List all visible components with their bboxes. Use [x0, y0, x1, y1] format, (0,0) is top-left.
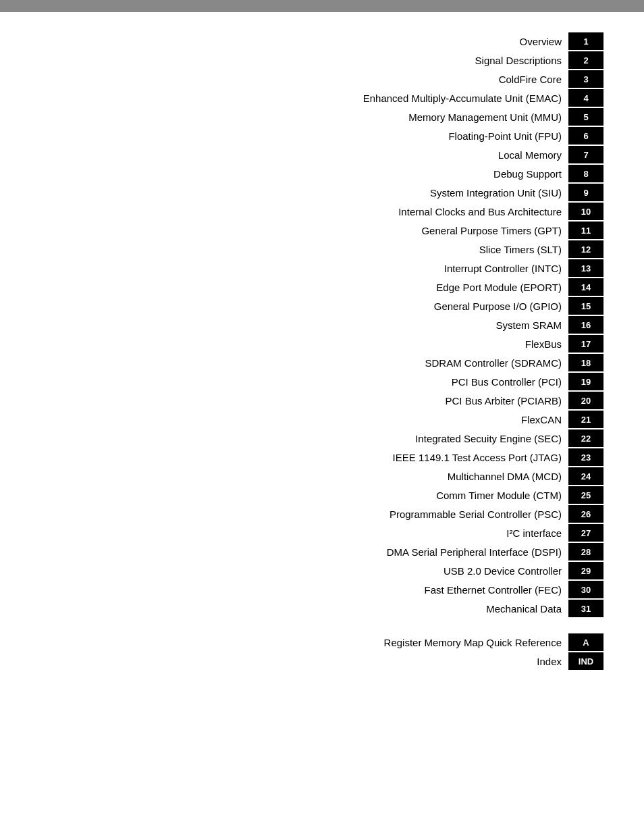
toc-row[interactable]: Overview1	[50, 32, 603, 50]
toc-label: Comm Timer Module (CTM)	[436, 490, 562, 501]
toc-badge: 13	[568, 259, 603, 277]
toc-row[interactable]: DMA Serial Peripheral Interface (DSPI)28	[50, 543, 603, 561]
toc-label: DMA Serial Peripheral Interface (DSPI)	[387, 546, 562, 558]
toc-row[interactable]: PCI Bus Arbiter (PCIARB)20	[50, 392, 603, 409]
toc-row[interactable]: General Purpose I/O (GPIO)15	[50, 297, 603, 315]
toc-badge: 31	[568, 600, 603, 617]
toc-row[interactable]: Slice Timers (SLT)12	[50, 240, 603, 258]
toc-appendix-badge: IND	[568, 652, 603, 670]
toc-badge: 20	[568, 392, 603, 409]
toc-row[interactable]: Interrupt Controller (INTC)13	[50, 259, 603, 277]
toc-row[interactable]: Multichannel DMA (MCD)24	[50, 467, 603, 485]
toc-label: Memory Management Unit (MMU)	[408, 111, 562, 123]
toc-row[interactable]: Programmable Serial Controller (PSC)26	[50, 505, 603, 523]
toc-row[interactable]: FlexCAN21	[50, 411, 603, 428]
toc-badge: 11	[568, 221, 603, 239]
toc-label: SDRAM Controller (SDRAMC)	[425, 357, 562, 369]
toc-row[interactable]: General Purpose Timers (GPT)11	[50, 221, 603, 239]
toc-badge: 29	[568, 562, 603, 579]
toc-badge: 28	[568, 543, 603, 561]
toc-badge: 6	[568, 127, 603, 145]
toc-appendix-label: Index	[537, 656, 562, 667]
toc-badge: 22	[568, 429, 603, 447]
toc-row[interactable]: Signal Descriptions2	[50, 51, 603, 69]
toc-label: Interrupt Controller (INTC)	[444, 263, 562, 274]
toc-badge: 18	[568, 354, 603, 371]
toc-badge: 15	[568, 297, 603, 315]
toc-badge: 3	[568, 70, 603, 88]
toc-badge: 12	[568, 240, 603, 258]
toc-row[interactable]: Debug Support8	[50, 165, 603, 182]
toc-badge: 7	[568, 146, 603, 163]
toc-badge: 4	[568, 89, 603, 107]
toc-badge: 26	[568, 505, 603, 523]
toc-row[interactable]: IEEE 1149.1 Test Access Port (JTAG)23	[50, 448, 603, 466]
toc-row[interactable]: Memory Management Unit (MMU)5	[50, 108, 603, 126]
toc-container: Overview1Signal Descriptions2ColdFire Co…	[0, 32, 644, 671]
toc-badge: 9	[568, 184, 603, 201]
toc-label: IEEE 1149.1 Test Access Port (JTAG)	[393, 452, 562, 463]
toc-row[interactable]: Comm Timer Module (CTM)25	[50, 486, 603, 504]
toc-label: Signal Descriptions	[475, 55, 562, 66]
toc-row[interactable]: Mechanical Data31	[50, 600, 603, 617]
toc-row[interactable]: System SRAM16	[50, 316, 603, 334]
toc-label: System SRAM	[495, 319, 562, 331]
toc-badge: 23	[568, 448, 603, 466]
toc-row[interactable]: Floating-Point Unit (FPU)6	[50, 127, 603, 145]
toc-badge: 1	[568, 32, 603, 50]
toc-row[interactable]: USB 2.0 Device Controller29	[50, 562, 603, 579]
toc-badge: 17	[568, 335, 603, 353]
toc-badge: 14	[568, 278, 603, 296]
toc-label: General Purpose Timers (GPT)	[421, 225, 562, 236]
toc-label: Fast Ethernet Controller (FEC)	[425, 584, 562, 596]
toc-label: PCI Bus Arbiter (PCIARB)	[445, 395, 562, 407]
toc-badge: 25	[568, 486, 603, 504]
toc-label: Programmable Serial Controller (PSC)	[390, 509, 562, 520]
toc-row[interactable]: ColdFire Core3	[50, 70, 603, 88]
toc-row[interactable]: Edge Port Module (EPORT)14	[50, 278, 603, 296]
toc-row[interactable]: I²C interface27	[50, 524, 603, 542]
top-bar	[0, 0, 644, 12]
toc-label: Floating-Point Unit (FPU)	[448, 130, 562, 142]
toc-label: Integrated Secuity Engine (SEC)	[415, 433, 562, 444]
toc-row[interactable]: Enhanced Multiply-Accumulate Unit (EMAC)…	[50, 89, 603, 107]
toc-label: Edge Port Module (EPORT)	[436, 282, 562, 293]
toc-label: I²C interface	[506, 527, 562, 539]
toc-label: Internal Clocks and Bus Architecture	[398, 206, 562, 217]
toc-badge: 27	[568, 524, 603, 542]
toc-label: FlexBus	[525, 338, 562, 350]
toc-badge: 19	[568, 373, 603, 390]
toc-label: FlexCAN	[521, 414, 562, 425]
toc-label: Overview	[519, 36, 562, 47]
toc-label: General Purpose I/O (GPIO)	[434, 301, 562, 312]
toc-appendix-row[interactable]: Register Memory Map Quick ReferenceA	[50, 633, 603, 651]
toc-badge: 30	[568, 581, 603, 598]
toc-label: USB 2.0 Device Controller	[444, 565, 562, 577]
toc-appendix-badge: A	[568, 633, 603, 651]
toc-label: Mechanical Data	[486, 603, 562, 615]
toc-label: ColdFire Core	[499, 74, 562, 85]
toc-badge: 8	[568, 165, 603, 182]
toc-badge: 2	[568, 51, 603, 69]
toc-label: PCI Bus Controller (PCI)	[452, 376, 562, 388]
toc-row[interactable]: Internal Clocks and Bus Architecture10	[50, 203, 603, 220]
toc-label: System Integration Unit (SIU)	[430, 187, 562, 199]
toc-row[interactable]: SDRAM Controller (SDRAMC)18	[50, 354, 603, 371]
toc-label: Slice Timers (SLT)	[479, 244, 562, 255]
toc-row[interactable]: FlexBus17	[50, 335, 603, 353]
toc-label: Multichannel DMA (MCD)	[448, 471, 562, 482]
toc-row[interactable]: System Integration Unit (SIU)9	[50, 184, 603, 201]
toc-row[interactable]: Fast Ethernet Controller (FEC)30	[50, 581, 603, 598]
toc-appendix-label: Register Memory Map Quick Reference	[384, 637, 562, 648]
toc-badge: 21	[568, 411, 603, 428]
toc-appendix-row[interactable]: IndexIND	[50, 652, 603, 670]
toc-badge: 16	[568, 316, 603, 334]
toc-row[interactable]: PCI Bus Controller (PCI)19	[50, 373, 603, 390]
toc-label: Local Memory	[498, 149, 562, 161]
toc-badge: 24	[568, 467, 603, 485]
toc-badge: 5	[568, 108, 603, 126]
toc-badge: 10	[568, 203, 603, 220]
toc-row[interactable]: Integrated Secuity Engine (SEC)22	[50, 429, 603, 447]
toc-row[interactable]: Local Memory7	[50, 146, 603, 163]
toc-label: Enhanced Multiply-Accumulate Unit (EMAC)	[363, 93, 562, 104]
